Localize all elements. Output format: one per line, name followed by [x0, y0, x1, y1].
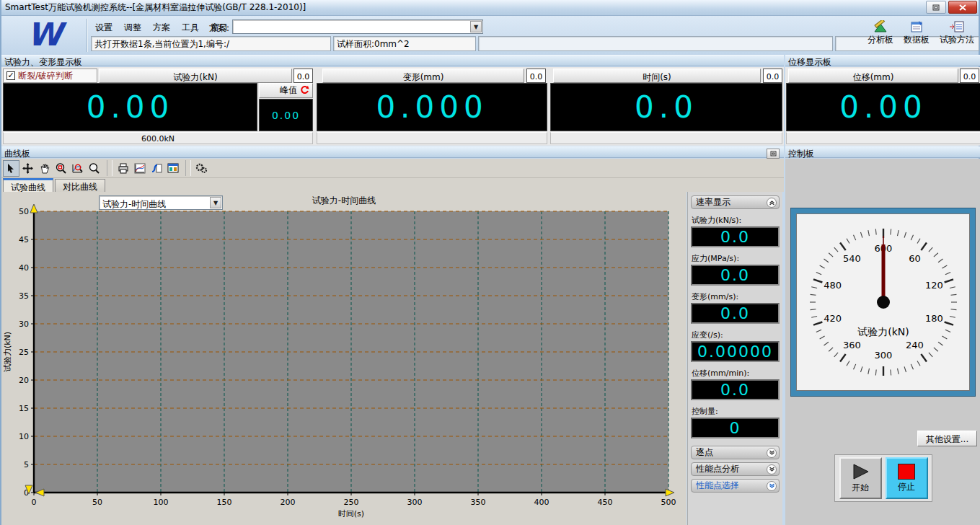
play-icon: [851, 463, 870, 480]
rate-field-label: 试验力(kN/s):: [692, 215, 780, 225]
force-aux-value: 0.0: [293, 69, 313, 83]
time-display-group: 时间(s) 0.0 0.0: [550, 67, 784, 147]
svg-text:试验力(kN): 试验力(kN): [3, 332, 12, 372]
restore-window-button[interactable]: [926, 1, 946, 14]
rate-field-display: 0.0: [691, 379, 780, 400]
tab-compare-curve[interactable]: 对比曲线: [55, 179, 105, 192]
rate-field-display: 0.0: [691, 226, 780, 247]
displacement-header-button[interactable]: 位移(mm): [788, 69, 958, 83]
other-settings-button[interactable]: 其他设置...: [917, 431, 977, 446]
curve-panel-header: 曲线板: [1, 146, 784, 158]
curve-panel-restore-button[interactable]: [767, 149, 780, 159]
menu-item[interactable]: 设置: [91, 20, 117, 33]
svg-text:15: 15: [19, 404, 29, 413]
pointer-tool-button[interactable]: [3, 160, 19, 177]
break-detect-cell: ✓ 断裂/破碎判断: [3, 69, 97, 83]
move-tool-button[interactable]: [19, 160, 36, 177]
run-control-box: 开始 停止: [834, 454, 932, 502]
settings-gears-button[interactable]: [193, 160, 210, 177]
section-bar[interactable]: 性能点分析: [691, 462, 780, 476]
force-gauge: 60060120180240300360420480540试验力(kN): [797, 214, 971, 392]
menu-item[interactable]: 调整: [120, 20, 146, 33]
zoom-curve-tool-button[interactable]: [69, 160, 86, 177]
collapse-down-icon[interactable]: [767, 448, 777, 458]
break-detect-checkbox[interactable]: ✓: [6, 71, 15, 80]
svg-text:350: 350: [471, 498, 486, 507]
force-time-chart[interactable]: 0510152025303540455005010015020025030035…: [1, 192, 687, 525]
restore-icon: [770, 151, 777, 156]
force-header-button[interactable]: 试验力(kN): [99, 69, 292, 83]
notepad-icon: [909, 20, 924, 33]
start-button[interactable]: 开始: [839, 457, 882, 499]
rate-panel: 速率显示 试验力(kN/s):0.0应力(MPa/s):0.0变形(mm/s):…: [687, 192, 782, 525]
window-view-button[interactable]: [164, 160, 181, 177]
zoom-box-icon: [56, 163, 66, 174]
method-doc-icon: [949, 20, 965, 33]
collapse-up-icon[interactable]: [767, 198, 777, 208]
analysis-panel-button[interactable]: 分析板: [868, 20, 893, 46]
status-bar: 共打开数据1条,当前位置为1,编号:/ 试样面积:0mm^2: [91, 36, 979, 51]
test-method-button[interactable]: 试验方法: [940, 20, 974, 46]
rate-sections: 逐点性能点分析性能点选择: [691, 446, 780, 493]
svg-text:5: 5: [24, 460, 29, 469]
deform-unit-bar: [317, 132, 547, 144]
force-range-bar: 600.0kN: [3, 132, 313, 144]
deform-display-group: 变形(mm) 0.0 0.000: [317, 67, 548, 147]
collapse-down-icon[interactable]: [767, 481, 777, 491]
restore-icon: [932, 4, 940, 11]
menu-item[interactable]: 方案: [149, 20, 175, 33]
title-bar: SmartTest万能试验机测控系统--[金属材料室温拉伸试验(GB/T 228…: [1, 0, 979, 16]
print-button[interactable]: [115, 160, 131, 177]
rate-field-label: 控制量:: [692, 406, 780, 416]
app-window: SmartTest万能试验机测控系统--[金属材料室温拉伸试验(GB/T 228…: [0, 0, 980, 525]
peak-button[interactable]: 峰值: [259, 83, 313, 98]
deform-aux-value: 0.0: [526, 69, 546, 83]
status-empty-cell: [478, 36, 833, 51]
rate-field-label: 变形(mm/s):: [692, 291, 780, 301]
rate-fields: 试验力(kN/s):0.0应力(MPa/s):0.0变形(mm/s):0.0应变…: [691, 215, 780, 438]
gauge-face: 60060120180240300360420480540试验力(kN): [796, 213, 970, 391]
close-icon: [959, 4, 966, 11]
menu-item[interactable]: 工具: [177, 20, 203, 33]
tab-test-curve[interactable]: 试验曲线: [3, 178, 53, 192]
pointer-icon: [6, 163, 17, 174]
scheme-combobox[interactable]: ▼: [232, 19, 483, 34]
section-bar[interactable]: 性能点选择: [691, 479, 780, 493]
rate-field-display: 0.0: [691, 303, 780, 324]
svg-text:时间(s): 时间(s): [338, 509, 364, 519]
pan-hand-icon: [40, 163, 50, 174]
force-panel-header: 试验力、变形显示板: [1, 55, 784, 66]
svg-text:10: 10: [19, 432, 29, 441]
section-bar[interactable]: 逐点: [691, 446, 780, 459]
chevron-down-icon[interactable]: ▼: [470, 21, 482, 32]
svg-text:240: 240: [906, 340, 924, 350]
svg-text:200: 200: [281, 498, 296, 507]
pan-tool-button[interactable]: [36, 160, 53, 177]
time-unit-bar: [550, 132, 782, 144]
stop-button[interactable]: 停止: [886, 457, 928, 499]
close-window-button[interactable]: [948, 1, 977, 14]
svg-text:500: 500: [661, 498, 676, 507]
zoom-out-tool-button[interactable]: [86, 160, 102, 177]
deform-header-button[interactable]: 变形(mm): [322, 69, 524, 83]
control-panel-header: 控制板: [785, 146, 980, 158]
rate-panel-title-bar[interactable]: 速率显示: [691, 195, 780, 209]
zoom-box-tool-button[interactable]: [53, 160, 69, 177]
divider: [107, 160, 112, 176]
svg-text:360: 360: [843, 340, 861, 350]
collapse-down-icon[interactable]: [767, 464, 777, 475]
move-cross-icon: [22, 163, 33, 174]
data-panel-button[interactable]: 数据板: [904, 20, 930, 46]
window-title: SmartTest万能试验机测控系统--[金属材料室温拉伸试验(GB/T 228…: [5, 1, 306, 14]
rate-field-label: 位移(mm/min):: [692, 368, 780, 378]
time-header-button[interactable]: 时间(s): [553, 69, 761, 83]
divider: [185, 160, 191, 176]
svg-text:300: 300: [875, 350, 893, 361]
copy-curve-button[interactable]: [148, 160, 164, 177]
curve-style-button[interactable]: [131, 160, 148, 177]
chart-area: 试验力-时间曲线 ▼ 试验力-时间曲线 05101520253035404550…: [1, 192, 687, 525]
svg-text:试验力(kN): 试验力(kN): [857, 326, 909, 338]
svg-text:120: 120: [925, 280, 943, 291]
peak-reset-icon: [300, 86, 309, 95]
displacement-panel-body: 位移(mm) 0.0 0.00: [785, 67, 980, 146]
